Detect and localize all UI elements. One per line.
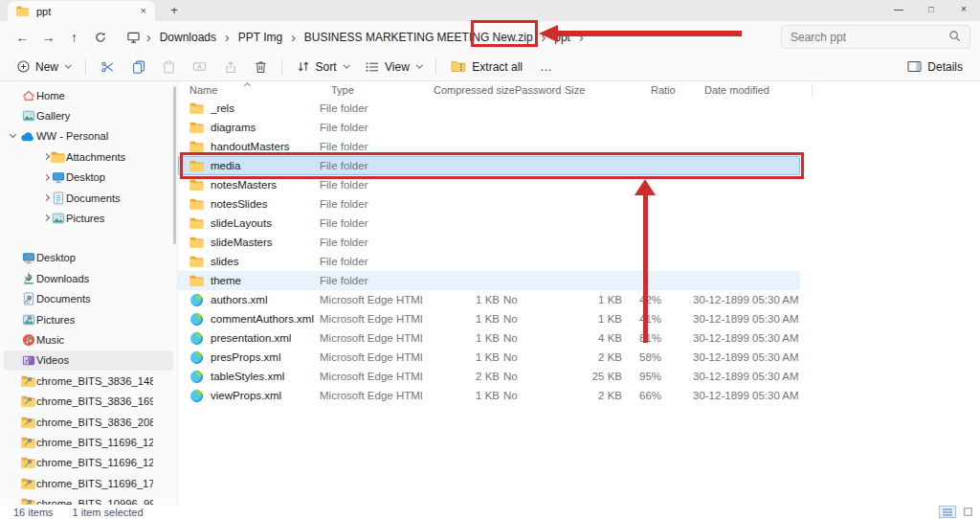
file-row-viewprops-xml[interactable]: viewProps.xmlMicrosoft Edge HTML Do...1 … — [178, 386, 800, 405]
file-row-presprops-xml[interactable]: presProps.xmlMicrosoft Edge HTML Do...1 … — [178, 348, 800, 367]
file-row-theme[interactable]: themeFile folder — [178, 271, 800, 290]
column-header-size[interactable]: Size — [565, 81, 637, 99]
back-button[interactable]: ← — [10, 25, 35, 50]
folder-icon — [189, 275, 204, 286]
sidebar-item-downloads[interactable]: Downloads — [4, 268, 173, 288]
sidebar-item-chrome-bits-3836-1485741494[interactable]: chrome_BITS_3836_1485741494 — [4, 371, 173, 391]
chevron-right-icon[interactable] — [43, 194, 50, 201]
sidebar-item-music[interactable]: Music — [4, 329, 173, 350]
sidebar-item-chrome-bits-11696-123081787[interactable]: chrome_BITS_11696_123081787 — [4, 432, 173, 452]
file-row-presentation-xml[interactable]: presentation.xmlMicrosoft Edge HTML Do..… — [178, 328, 800, 348]
sidebar-item-chrome-bits-11696-1277100123[interactable]: chrome_BITS_11696_1277100123 — [4, 453, 173, 473]
file-row-slidemasters[interactable]: slideMastersFile folder — [178, 233, 800, 252]
forward-button[interactable]: → — [35, 25, 61, 50]
up-button[interactable]: ↑ — [61, 25, 87, 50]
tab-ppt[interactable]: ppt × — [8, 1, 155, 21]
pin-icon — [21, 478, 35, 488]
sidebar-item-label: Downloads — [36, 273, 89, 284]
view-list-icon — [366, 61, 379, 73]
sidebar-item-chrome-bits-11696-1714601212[interactable]: chrome_BITS_11696_1714601212 — [4, 473, 173, 493]
details-view-toggle[interactable] — [939, 506, 956, 518]
file-size: 1 KB — [553, 294, 626, 305]
column-header-compressed-size[interactable]: Compressed size — [434, 81, 515, 99]
command-toolbar: New Sort View Extract all … Details — [0, 53, 980, 81]
sidebar-item-desktop[interactable]: Desktop — [4, 248, 173, 268]
file-explorer-window: ppt × + — □ × ← → ↑ ›Downloads›PPT Img›B… — [0, 0, 980, 519]
search-input[interactable] — [791, 31, 948, 44]
column-header-password-p[interactable]: Password p.. — [515, 81, 565, 99]
sidebar-item-chrome-bits-10996-990610127[interactable]: chrome_BITS_10996_990610127 — [4, 493, 173, 505]
paste-button[interactable] — [155, 56, 183, 79]
this-pc-icon[interactable] — [126, 31, 141, 44]
file-row-rels[interactable]: _relsFile folder — [178, 99, 800, 118]
search-box[interactable] — [781, 25, 970, 49]
view-button[interactable]: View — [358, 56, 429, 79]
close-button[interactable]: × — [947, 0, 980, 20]
column-header-type[interactable]: Type — [331, 81, 434, 99]
column-header-ratio[interactable]: Ratio — [637, 81, 697, 99]
breadcrumb-item-downloads[interactable]: Downloads — [155, 31, 221, 44]
refresh-button[interactable] — [87, 25, 113, 50]
sidebar-item-home[interactable]: Home — [4, 85, 173, 105]
pin-icon — [21, 334, 35, 345]
file-row-notesslides[interactable]: notesSlidesFile folder — [178, 194, 800, 214]
file-row-tablestyles-xml[interactable]: tableStyles.xmlMicrosoft Edge HTML Do...… — [178, 367, 800, 386]
file-row-commentauthors-xml[interactable]: commentAuthors.xmlMicrosoft Edge HTML Do… — [178, 309, 800, 328]
column-header-name[interactable]: Name — [189, 81, 331, 99]
delete-button[interactable] — [247, 56, 275, 79]
extract-all-button[interactable]: Extract all — [443, 56, 530, 79]
sidebar-item-gallery[interactable]: Gallery — [4, 105, 173, 125]
chevron-down-icon[interactable] — [10, 131, 16, 138]
minimize-button[interactable]: — — [882, 0, 915, 20]
file-row-authors-xml[interactable]: authors.xmlMicrosoft Edge HTML Do...1 KB… — [178, 290, 800, 309]
sidebar-item-ww-personal[interactable]: WW - Personal — [4, 126, 173, 147]
breadcrumb-item-ppt-img[interactable]: PPT Img — [234, 31, 287, 44]
breadcrumb-item-business-marketing-meeting-new-zip[interactable]: BUSINESS MARKETING MEETING New.zip — [300, 31, 538, 44]
file-type: File folder — [320, 237, 422, 248]
file-name: notesSlides — [211, 198, 267, 210]
sidebar-item-videos[interactable]: Videos — [4, 350, 173, 371]
file-row-handoutmasters[interactable]: handoutMastersFile folder — [178, 137, 800, 156]
share-button[interactable] — [216, 56, 245, 79]
tab-close-icon[interactable]: × — [141, 6, 146, 16]
maximize-button[interactable]: □ — [915, 0, 947, 20]
chevron-right-icon[interactable] — [43, 153, 50, 160]
sidebar-item-documents[interactable]: Documents — [4, 188, 173, 208]
rename-button[interactable] — [185, 56, 214, 79]
titlebar: ppt × + — □ × — [0, 0, 980, 21]
file-row-diagrams[interactable]: diagramsFile folder — [178, 118, 800, 137]
column-header-date-modified[interactable]: Date modified — [697, 81, 812, 99]
sidebar-item-attachments[interactable]: Attachments — [4, 147, 173, 167]
edge-logo-icon — [189, 351, 204, 364]
sidebar-item-chrome-bits-3836-1690602276[interactable]: chrome_BITS_3836_1690602276 — [4, 391, 173, 411]
copy-button[interactable] — [124, 56, 153, 79]
icons-view-toggle[interactable] — [959, 506, 976, 518]
chevron-right-icon[interactable] — [43, 174, 50, 181]
file-row-slides[interactable]: slidesFile folder — [178, 252, 800, 271]
extract-all-label: Extract all — [472, 60, 523, 74]
sort-button[interactable]: Sort — [289, 56, 357, 79]
sidebar-scrollbar[interactable] — [173, 86, 176, 244]
breadcrumb: ›Downloads›PPT Img›BUSINESS MARKETING ME… — [121, 25, 593, 50]
file-row-media[interactable]: mediaFile folder — [178, 156, 800, 175]
file-row-notesmasters[interactable]: notesMastersFile folder — [178, 175, 800, 194]
chevron-right-icon: › — [143, 32, 155, 43]
see-more-button[interactable]: … — [532, 56, 561, 79]
file-row-slidelayouts[interactable]: slideLayoutsFile folder — [178, 214, 800, 233]
breadcrumb-item-ppt[interactable]: ppt — [549, 31, 575, 44]
sidebar-item-pictures[interactable]: Pictures — [4, 208, 173, 228]
new-button[interactable]: New — [10, 56, 78, 79]
sidebar-item-documents[interactable]: Documents — [4, 289, 173, 309]
sidebar-item-desktop[interactable]: Desktop — [4, 168, 173, 188]
copy-icon — [132, 60, 145, 74]
trash-icon — [255, 60, 267, 74]
new-tab-button[interactable]: + — [165, 2, 184, 19]
details-pane-icon — [907, 60, 922, 73]
pin-icon — [21, 355, 35, 366]
details-button[interactable]: Details — [900, 56, 970, 79]
cut-button[interactable] — [93, 56, 122, 79]
file-type: File folder — [320, 160, 422, 171]
chevron-right-icon[interactable] — [43, 214, 50, 221]
sidebar-item-pictures[interactable]: Pictures — [4, 309, 173, 329]
sidebar-item-chrome-bits-3836-2087388051[interactable]: chrome_BITS_3836_2087388051 — [4, 412, 173, 432]
